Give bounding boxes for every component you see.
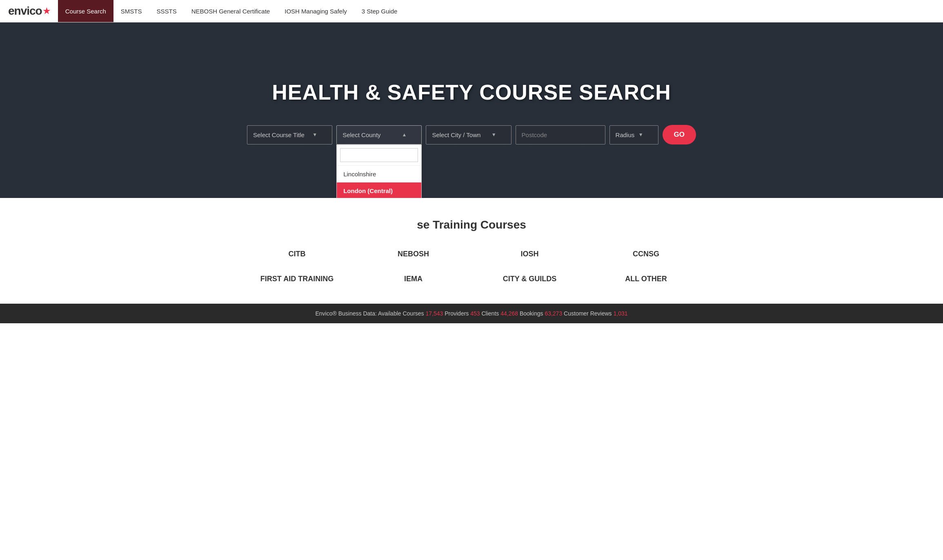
county-search-input[interactable] <box>340 148 418 162</box>
footer: Envico® Business Data: Available Courses… <box>0 304 943 323</box>
chevron-down-icon-radius: ▼ <box>638 132 643 138</box>
course-iema[interactable]: IEMA <box>363 271 463 287</box>
nav-item-smsts[interactable]: SMSTS <box>113 0 149 22</box>
county-label: Select County <box>343 131 380 138</box>
chevron-down-icon: ▼ <box>312 132 317 138</box>
footer-reviews-label: Customer Reviews <box>564 310 613 317</box>
nav-link-sssts[interactable]: SSSTS <box>149 0 184 22</box>
radius-select[interactable]: Radius ▼ <box>609 125 658 144</box>
radius-wrapper: Radius ▼ <box>609 125 658 144</box>
footer-brand: Envico® <box>315 310 336 317</box>
county-dropdown: Lincolnshire London (Central) Merseyside… <box>336 144 422 198</box>
nav-item-iosh[interactable]: IOSH Managing Safely <box>277 0 354 22</box>
section-title: se Training Courses <box>24 218 919 231</box>
nav-link-3step[interactable]: 3 Step Guide <box>354 0 405 22</box>
go-button[interactable]: GO <box>663 125 696 144</box>
logo[interactable]: envico★ <box>0 0 58 22</box>
courses-grid: CITB NEBOSH IOSH CCNSG FIRST AID TRAININ… <box>247 246 696 287</box>
nav-link-nebosh[interactable]: NEBOSH General Certificate <box>184 0 278 22</box>
county-option-lincolnshire[interactable]: Lincolnshire <box>337 166 421 182</box>
course-city-guilds[interactable]: CITY & GUILDS <box>480 271 580 287</box>
course-title-wrapper: Select Course Title ▼ <box>247 125 332 144</box>
nav-menu: Course Search SMSTS SSSTS NEBOSH General… <box>58 0 405 22</box>
course-citb[interactable]: CITB <box>247 246 347 262</box>
search-bar: Select Course Title ▼ Select County ▲ Li… <box>247 125 696 144</box>
course-title-select[interactable]: Select Course Title ▼ <box>247 125 332 144</box>
footer-available-courses-label: Available Courses <box>378 310 425 317</box>
footer-bookings-label: Bookings <box>520 310 545 317</box>
footer-providers-label: Providers <box>445 310 470 317</box>
chevron-down-icon-city: ▼ <box>492 132 496 138</box>
nav-item-course-search[interactable]: Course Search <box>58 0 113 22</box>
postcode-input[interactable] <box>516 125 605 144</box>
county-search-wrapper <box>337 145 421 166</box>
chevron-up-icon: ▲ <box>402 132 407 138</box>
county-select[interactable]: Select County ▲ <box>336 125 422 144</box>
hero-section: HEALTH & SAFETY COURSE SEARCH Select Cou… <box>0 22 943 198</box>
course-iosh[interactable]: IOSH <box>480 246 580 262</box>
logo-text: envico <box>8 4 42 18</box>
logo-star: ★ <box>43 6 50 16</box>
navbar: envico★ Course Search SMSTS SSSTS NEBOSH… <box>0 0 943 22</box>
footer-providers-value: 453 <box>470 310 480 317</box>
main-content: se Training Courses CITB NEBOSH IOSH CCN… <box>0 198 943 304</box>
nav-link-course-search[interactable]: Course Search <box>58 0 113 22</box>
radius-label: Radius <box>616 131 635 138</box>
course-nebosh[interactable]: NEBOSH <box>363 246 463 262</box>
hero-title: HEALTH & SAFETY COURSE SEARCH <box>272 80 671 104</box>
county-option-london-central[interactable]: London (Central) <box>337 182 421 198</box>
city-wrapper: Select City / Town ▼ <box>426 125 511 144</box>
footer-clients-value: 44,268 <box>500 310 518 317</box>
course-all-other[interactable]: ALL OTHER <box>596 271 696 287</box>
county-list: Lincolnshire London (Central) Merseyside… <box>337 166 421 198</box>
nav-link-iosh[interactable]: IOSH Managing Safely <box>277 0 354 22</box>
course-ccnsg[interactable]: CCNSG <box>596 246 696 262</box>
nav-link-smsts[interactable]: SMSTS <box>113 0 149 22</box>
nav-item-3step[interactable]: 3 Step Guide <box>354 0 405 22</box>
footer-bookings-value: 63,273 <box>545 310 562 317</box>
course-title-label: Select Course Title <box>253 131 305 138</box>
footer-available-courses-value: 17,543 <box>425 310 443 317</box>
city-select[interactable]: Select City / Town ▼ <box>426 125 511 144</box>
county-wrapper: Select County ▲ Lincolnshire London (Cen… <box>336 125 422 144</box>
course-first-aid[interactable]: FIRST AID TRAINING <box>247 271 347 287</box>
footer-reviews-value: 1,031 <box>613 310 627 317</box>
footer-business-data-label: Business Data: <box>338 310 377 317</box>
hero-content: HEALTH & SAFETY COURSE SEARCH Select Cou… <box>0 60 943 161</box>
nav-item-sssts[interactable]: SSSTS <box>149 0 184 22</box>
footer-clients-label: Clients <box>481 310 500 317</box>
nav-item-nebosh[interactable]: NEBOSH General Certificate <box>184 0 278 22</box>
city-label: Select City / Town <box>432 131 480 138</box>
